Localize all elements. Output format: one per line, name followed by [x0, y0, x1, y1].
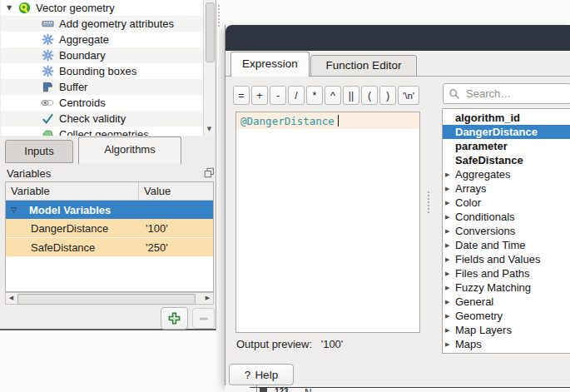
function-list-item[interactable]: ▶Aggregates — [443, 167, 570, 181]
expand-right-icon[interactable]: ▶ — [445, 299, 455, 305]
function-list-item[interactable]: ▶Geometry — [443, 309, 570, 323]
function-list-item[interactable]: ▶Maps — [443, 337, 570, 351]
float-panel-icon[interactable] — [204, 167, 215, 178]
search-icon — [449, 88, 460, 100]
operator-button[interactable]: '\n' — [398, 86, 419, 105]
expression-text: @DangerDistance — [240, 115, 335, 127]
operator-button[interactable]: * — [306, 86, 323, 105]
expand-right-icon[interactable]: ▶ — [445, 285, 455, 291]
function-list-item[interactable]: ▶Date and Time — [443, 238, 570, 252]
function-list-item[interactable]: algorithm_id — [443, 111, 570, 125]
expand-right-icon[interactable]: ▶ — [445, 242, 455, 249]
tree-item[interactable]: Centroids — [1, 95, 203, 111]
function-list-label: SafeDistance — [455, 154, 523, 166]
collapse-triangle-icon[interactable]: ▽ — [11, 206, 22, 214]
tab-function-editor[interactable]: Function Editor — [310, 55, 417, 77]
scrollbar-thumb[interactable] — [206, 2, 215, 62]
ruler-icon — [41, 17, 54, 30]
help-button[interactable]: ? Help — [229, 364, 294, 385]
operator-button[interactable]: - — [270, 86, 286, 105]
function-list-item[interactable]: ▶Fields and Values — [443, 252, 570, 266]
tree-item[interactable]: Check validity — [1, 111, 203, 127]
tree-item-label: Boundary — [59, 49, 106, 62]
scrollbar-thumb[interactable] — [17, 294, 196, 305]
expand-right-icon[interactable]: ▶ — [445, 327, 455, 334]
function-list-item[interactable]: parameter — [443, 139, 570, 153]
tree-item-label: Vector geometry — [36, 2, 115, 14]
function-list-item[interactable]: ▶General — [443, 295, 570, 309]
function-list-item[interactable]: SafeDistance — [443, 153, 570, 167]
variable-name: DangerDistance — [6, 222, 139, 235]
dialog-titlebar[interactable] — [226, 25, 570, 51]
tab-expression[interactable]: Expression — [230, 52, 310, 77]
expand-right-icon[interactable]: ▶ — [445, 256, 455, 263]
expand-right-icon[interactable]: ▶ — [445, 228, 455, 235]
arrow-left-icon[interactable]: ◀ — [6, 293, 17, 304]
operator-button[interactable]: ^ — [325, 86, 341, 105]
expand-right-icon[interactable]: ▶ — [445, 214, 455, 221]
remove-variable-button[interactable] — [192, 308, 215, 329]
function-list-item[interactable]: ▶Map Layers — [443, 323, 570, 337]
group-label: Model Variables — [29, 204, 111, 216]
column-header-value[interactable]: Value — [139, 185, 171, 197]
tab-inputs[interactable]: Inputs — [5, 140, 73, 163]
expand-right-icon[interactable]: ▶ — [445, 200, 455, 206]
operator-toolbar: =+-/*^||()'\n' — [233, 86, 419, 105]
variable-row[interactable]: DangerDistance'100' — [6, 219, 213, 238]
window-splitter-handle[interactable] — [218, 5, 220, 27]
expand-right-icon[interactable]: ▶ — [445, 341, 455, 348]
background-window-strip: 123 N — [225, 385, 570, 392]
expand-right-icon[interactable]: ▶ — [445, 313, 455, 320]
function-list-label: Fuzzy Matching — [455, 281, 531, 294]
function-list-label: Aggregates — [455, 168, 511, 181]
variables-panel-title: Variables — [7, 167, 51, 180]
tree-item[interactable]: ▼Vector geometry — [1, 0, 203, 16]
expression-dialog: Expression Function Editor =+-/*^||()'\n… — [225, 25, 570, 385]
variables-group-row[interactable]: ▽ Model Variables — [6, 201, 213, 219]
tree-vertical-scrollbar[interactable]: ▼ — [203, 1, 215, 135]
tree-item[interactable]: Aggregate — [1, 32, 203, 47]
collect-geometries-icon — [41, 128, 54, 136]
expression-editor[interactable]: @DangerDistance — [235, 112, 420, 333]
function-list-item[interactable]: ▶Color — [443, 196, 570, 210]
operator-button[interactable]: + — [251, 86, 268, 105]
variables-table-header: Variable Value — [6, 182, 213, 201]
expand-right-icon[interactable]: ▶ — [445, 171, 455, 178]
variable-row[interactable]: SafeDistance'250' — [6, 238, 213, 257]
expander-down-icon[interactable]: ▼ — [1, 4, 17, 12]
tab-algorithms[interactable]: Algorithms — [78, 136, 181, 164]
expand-right-icon[interactable]: ▶ — [445, 270, 455, 277]
tree-item-label: Buffer — [59, 81, 87, 93]
tree-item-label: Add geometry attributes — [59, 17, 174, 30]
scroll-down-button[interactable]: ▼ — [204, 123, 215, 134]
editor-list-splitter-handle[interactable] — [428, 191, 429, 213]
function-list-item[interactable]: ▶Arrays — [443, 181, 570, 196]
horizontal-scrollbar[interactable]: ◀ ▶ — [5, 292, 214, 305]
tree-item[interactable]: Add geometry attributes — [1, 16, 203, 32]
function-list-item[interactable]: ▶Conditionals — [443, 210, 570, 224]
search-input[interactable] — [464, 87, 570, 101]
expand-right-icon[interactable]: ▶ — [445, 186, 455, 192]
function-list-item[interactable]: ▶Conversions — [443, 224, 570, 238]
tree-item[interactable]: Collect geometries — [1, 127, 203, 136]
function-list-label: DangerDistance — [455, 126, 538, 138]
variables-table: Variable Value ▽ Model Variables DangerD… — [5, 181, 214, 292]
column-header-variable[interactable]: Variable — [6, 182, 139, 200]
operator-button[interactable]: ) — [379, 86, 396, 105]
function-list-label: Date and Time — [455, 239, 526, 251]
tree-item[interactable]: Buffer — [1, 79, 203, 95]
function-list-item[interactable]: DangerDistance — [443, 125, 570, 139]
arrow-right-icon[interactable]: ▶ — [202, 293, 213, 304]
operator-button[interactable]: = — [233, 86, 250, 105]
variable-value: '250' — [139, 241, 168, 254]
operator-button[interactable]: ( — [361, 86, 378, 105]
operator-button[interactable]: || — [343, 86, 359, 105]
tree-item[interactable]: Boundary — [1, 47, 203, 63]
function-list-label: Geometry — [455, 310, 503, 322]
add-variable-button[interactable] — [161, 307, 188, 330]
variable-name: SafeDistance — [6, 241, 139, 254]
function-list-item[interactable]: ▶Files and Paths — [443, 266, 570, 280]
tree-item[interactable]: Bounding boxes — [1, 63, 203, 79]
function-list-item[interactable]: ▶Fuzzy Matching — [443, 280, 570, 295]
operator-button[interactable]: / — [288, 86, 305, 105]
